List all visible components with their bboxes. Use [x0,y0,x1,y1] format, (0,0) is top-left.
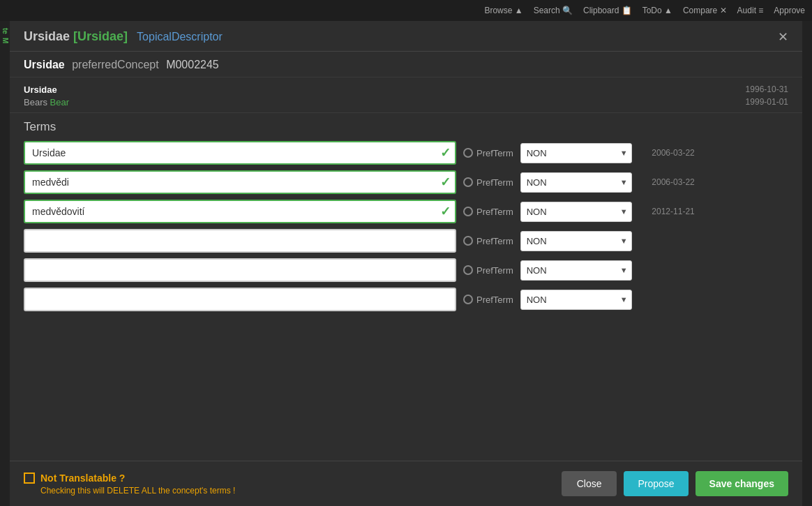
pref-term-label-5: PrefTerm [476,295,513,305]
term-row-1: ✓ PrefTerm NON ▼ 2006-03-22 [24,170,788,194]
term-input-wrapper-2: ✓ [24,200,456,223]
info-date-ursidae: 1996-10-31 [746,84,788,95]
term-input-wrapper-0: ✓ [24,141,456,165]
pref-term-label-0: PrefTerm [476,148,513,158]
term-input-2[interactable] [24,200,456,223]
nav-compare[interactable]: Compare ✕ [683,6,727,15]
term-input-5[interactable] [24,288,456,311]
check-icon-0: ✓ [440,145,451,161]
pref-term-label-2: PrefTerm [476,207,513,217]
info-row-bears: Bears Bear 1999-01-01 [24,97,788,107]
radio-dot-4[interactable] [463,265,473,275]
term-select-1[interactable]: NON [520,172,632,193]
term-select-5[interactable]: NON [520,290,632,310]
term-date-1: 2006-03-22 [639,177,695,187]
term-select-wrapper-4: NON ▼ [520,260,632,281]
title-type: TopicalDescriptor [137,31,223,43]
info-date-bears: 1999-01-01 [746,97,788,107]
radio-group-0: PrefTerm [463,148,513,158]
term-select-3[interactable]: NON [520,231,632,251]
term-input-4[interactable] [24,258,456,282]
nav-browse[interactable]: Browse ▲ [484,6,522,15]
radio-dot-3[interactable] [463,236,473,246]
subtitle-id: M0002245 [166,59,219,70]
term-input-0[interactable] [24,141,456,165]
term-input-wrapper-1: ✓ [24,170,456,194]
radio-group-1: PrefTerm [463,177,513,188]
modal-title: Ursidae [Ursidae] TopicalDescriptor [24,29,223,44]
check-icon-2: ✓ [440,204,451,219]
sidebar-label: te [1,28,9,34]
terms-section: Terms ✓ PrefTerm NON ▼ 2006-03-22 ✓ [10,113,802,461]
radio-dot-5[interactable] [463,295,473,304]
not-translatable-section: Not Translatable ? Checking this will DE… [24,472,235,496]
term-select-wrapper-5: NON ▼ [520,290,632,310]
term-row-0: ✓ PrefTerm NON ▼ 2006-03-22 [24,141,788,165]
term-input-1[interactable] [24,170,456,194]
radio-group-3: PrefTerm [463,236,513,246]
term-input-wrapper-4 [24,258,456,282]
term-input-wrapper-3 [24,229,456,253]
term-date-2: 2012-11-21 [639,207,695,216]
term-select-0[interactable]: NON [520,143,632,163]
term-select-wrapper-0: NON ▼ [520,143,632,163]
save-changes-button[interactable]: Save changes [696,471,788,496]
right-stub [802,21,812,506]
term-row-3: PrefTerm NON ▼ [24,229,788,253]
term-select-wrapper-3: NON ▼ [520,231,632,251]
check-icon-1: ✓ [440,174,451,190]
radio-dot-0[interactable] [463,148,473,158]
title-bracket: [Ursidae] [73,29,128,43]
modal-close-button[interactable]: ✕ [778,31,788,43]
propose-button[interactable]: Propose [624,471,688,496]
modal-subtitle: Ursidae preferredConcept M0002245 [10,52,802,77]
term-select-2[interactable]: NON [520,202,632,222]
not-translatable-hint: Checking this will DELETE ALL the concep… [40,486,235,496]
not-translatable-label: Not Translatable ? [40,472,125,484]
nav-clipboard[interactable]: Clipboard 📋 [583,6,632,15]
subtitle-name: Ursidae [24,59,65,70]
sidebar-label-m: M [1,38,9,43]
info-label-bears: Bears [24,97,50,107]
nav-search[interactable]: Search 🔍 [534,6,573,15]
modal-container: Ursidae [Ursidae] TopicalDescriptor ✕ Ur… [10,21,802,506]
subtitle-property: preferredConcept [72,59,159,70]
term-select-4[interactable]: NON [520,260,632,281]
term-row-4: PrefTerm NON ▼ [24,258,788,282]
not-translatable-row: Not Translatable ? [24,472,235,484]
top-nav: Browse ▲ Search 🔍 Clipboard 📋 ToDo ▲ Com… [0,0,812,21]
title-name: Ursidae [24,29,70,43]
pref-term-label-1: PrefTerm [476,177,513,188]
close-button[interactable]: Close [562,471,617,496]
info-label-ursidae: Ursidae [24,84,57,95]
radio-dot-2[interactable] [463,207,473,216]
info-section: Ursidae 1996-10-31 Bears Bear 1999-01-01 [10,77,802,113]
term-select-wrapper-2: NON ▼ [520,202,632,222]
terms-title: Terms [24,120,788,134]
info-label-bear: Bear [50,97,69,107]
radio-group-2: PrefTerm [463,207,513,217]
not-translatable-checkbox[interactable] [24,472,35,484]
pref-term-label-4: PrefTerm [476,265,513,276]
radio-group-4: PrefTerm [463,265,513,276]
term-date-0: 2006-03-22 [639,148,695,158]
modal-footer: Not Translatable ? Checking this will DE… [10,461,802,506]
term-row-5: PrefTerm NON ▼ [24,288,788,311]
nav-approve[interactable]: Approve [774,6,805,15]
radio-dot-1[interactable] [463,177,473,187]
term-input-3[interactable] [24,229,456,253]
modal-header: Ursidae [Ursidae] TopicalDescriptor ✕ [10,21,802,52]
nav-todo[interactable]: ToDo ▲ [642,6,672,15]
nav-audit[interactable]: Audit ≡ [737,6,764,15]
sidebar-stub: te M [0,21,10,506]
footer-buttons: Close Propose Save changes [562,471,788,496]
info-row-ursidae: Ursidae 1996-10-31 [24,84,788,95]
term-input-wrapper-5 [24,288,456,311]
term-row-2: ✓ PrefTerm NON ▼ 2012-11-21 [24,200,788,223]
pref-term-label-3: PrefTerm [476,236,513,246]
term-select-wrapper-1: NON ▼ [520,172,632,193]
radio-group-5: PrefTerm [463,295,513,305]
